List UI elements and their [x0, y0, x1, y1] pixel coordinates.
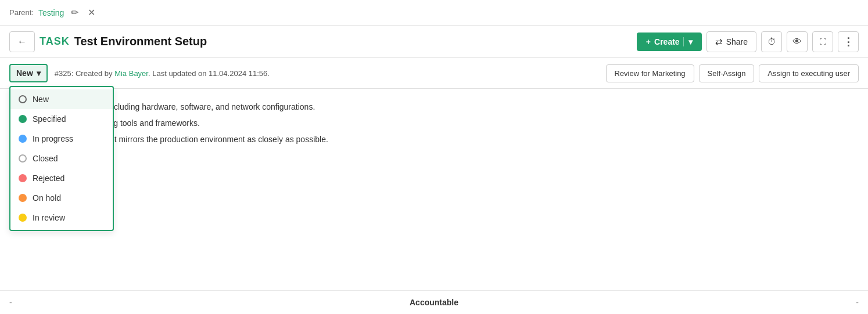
status-option-specified[interactable]: Specified: [10, 109, 113, 129]
back-button[interactable]: ←: [9, 31, 35, 52]
status-option-rejected[interactable]: Rejected: [10, 168, 113, 188]
parent-label: Parent:: [9, 8, 34, 17]
status-option-inreview-label: In review: [33, 213, 65, 222]
dot-closed-icon: [19, 154, 27, 163]
status-label: New: [16, 68, 33, 78]
status-option-onhold-label: On hold: [33, 193, 61, 203]
assign-executing-button[interactable]: Assign to executing user: [759, 64, 859, 82]
dot-onhold-icon: [19, 194, 27, 202]
task-title: Test Environment Setup: [74, 35, 632, 48]
close-icon[interactable]: ✕: [85, 6, 98, 19]
self-assign-button[interactable]: Self-Assign: [699, 64, 755, 82]
share-button[interactable]: ⇄ Share: [706, 31, 756, 52]
content-text: quired test environments, including hard…: [14, 100, 854, 146]
status-option-specified-label: Specified: [33, 114, 66, 124]
watch-icon: 👁: [792, 37, 802, 47]
accountable-row: - Accountable -: [0, 290, 868, 314]
parent-link[interactable]: Testing: [38, 8, 64, 17]
accountable-value: -: [576, 298, 859, 307]
dot-new-icon: [19, 95, 27, 103]
page-wrapper: Parent: Testing ✏ ✕ ← TASK Test Environm…: [0, 0, 868, 314]
status-option-closed[interactable]: Closed: [10, 149, 113, 168]
status-option-inreview[interactable]: In review: [10, 208, 113, 228]
assigned-value: -: [9, 298, 292, 307]
status-meta: #325: Created by Mia Bayer. Last updated…: [55, 69, 599, 78]
status-bar: New ▾ #325: Created by Mia Bayer. Last u…: [0, 58, 868, 89]
dot-specified-icon: [19, 115, 27, 123]
create-button[interactable]: + Create ▾: [637, 33, 702, 51]
watch-button[interactable]: 👁: [787, 31, 808, 52]
top-bar: Parent: Testing ✏ ✕: [0, 0, 868, 26]
status-option-inprogress[interactable]: In progress: [10, 129, 113, 149]
dot-inreview-icon: [19, 214, 27, 222]
status-dropdown-menu: New Specified In progress Closed Rejecte…: [9, 86, 114, 231]
history-icon: ⏱: [767, 37, 776, 46]
dropdown-arrow: ▾: [37, 68, 41, 78]
status-option-inprogress-label: In progress: [33, 134, 73, 143]
main-content: quired test environments, including hard…: [0, 89, 868, 160]
content-line-2: nfigure the necessary testing tools and …: [14, 117, 854, 131]
task-type-label: TASK: [40, 35, 70, 48]
history-button[interactable]: ⏱: [761, 31, 782, 52]
dot-inprogress-icon: [19, 135, 27, 143]
create-dropdown-arrow[interactable]: ▾: [683, 37, 693, 46]
more-icon: ⋮: [843, 35, 853, 48]
content-line-3: test environment to ensure it mirrors th…: [14, 133, 854, 147]
share-icon: ⇄: [715, 37, 723, 47]
status-option-new[interactable]: New: [10, 89, 113, 109]
meta-suffix: . Last updated on 11.04.2024 11:56.: [148, 69, 270, 78]
status-option-closed-label: Closed: [33, 154, 58, 163]
action-buttons: Review for Marketing Self-Assign Assign …: [606, 64, 859, 82]
meta-text: #325: Created by: [55, 69, 114, 78]
review-marketing-button[interactable]: Review for Marketing: [606, 64, 694, 82]
toolbar: ← TASK Test Environment Setup + Create ▾…: [0, 26, 868, 58]
status-option-rejected-label: Rejected: [33, 174, 64, 183]
accountable-label: Accountable: [292, 298, 575, 307]
more-button[interactable]: ⋮: [838, 31, 859, 52]
toolbar-right: + Create ▾ ⇄ Share ⏱ 👁 ⛶ ⋮: [637, 31, 859, 52]
expand-button[interactable]: ⛶: [812, 31, 833, 52]
creator-link[interactable]: Mia Bayer: [114, 69, 148, 78]
status-option-new-label: New: [33, 95, 49, 104]
status-dropdown[interactable]: New ▾: [9, 64, 48, 82]
dot-rejected-icon: [19, 174, 27, 182]
create-label: Create: [654, 37, 680, 46]
share-label: Share: [726, 37, 748, 46]
content-line-1: quired test environments, including hard…: [14, 100, 854, 114]
edit-icon[interactable]: ✏: [69, 6, 81, 19]
expand-icon: ⛶: [819, 38, 826, 46]
status-option-onhold[interactable]: On hold: [10, 188, 113, 208]
create-plus-icon: +: [646, 37, 651, 46]
